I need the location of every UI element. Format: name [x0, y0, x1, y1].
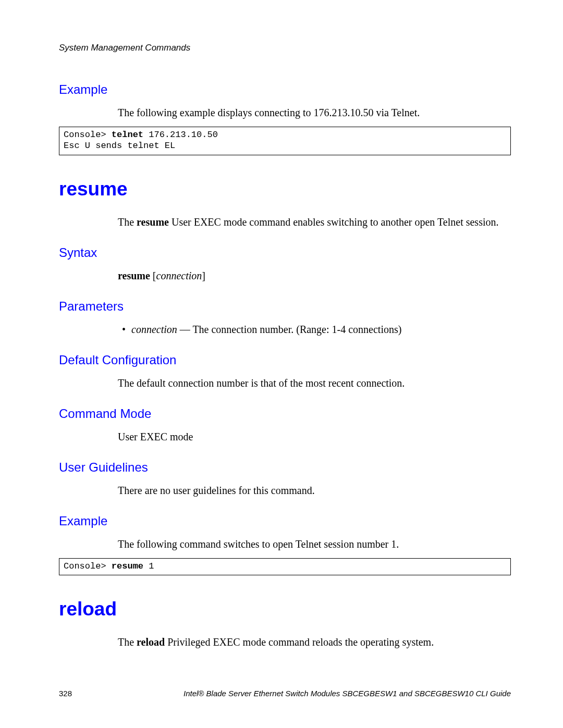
code-telnet-cmd: telnet — [112, 130, 143, 140]
parameters-list: connection — The connection number. (Ran… — [118, 323, 511, 336]
resume-desc-bold: resume — [137, 216, 169, 228]
parameter-desc: — The connection number. (Range: 1-4 con… — [177, 324, 402, 335]
syntax-open-bracket: [ — [150, 270, 156, 281]
default-config-text: The default connection number is that of… — [118, 377, 511, 390]
parameter-name: connection — [131, 324, 177, 335]
resume-description-text: The resume User EXEC mode command enable… — [118, 216, 511, 229]
section-heading-default-config: Default Configuration — [59, 353, 511, 367]
syntax-close-bracket: ] — [202, 270, 205, 281]
reload-description-text: The reload Privileged EXEC mode command … — [118, 636, 511, 649]
code-box-resume: Console> resume 1 — [59, 558, 511, 575]
command-mode-body: User EXEC mode — [118, 430, 511, 443]
command-heading-resume: resume — [59, 178, 511, 200]
example-telnet-body: The following example displays connectin… — [118, 106, 511, 119]
code-resume-cmd: resume — [112, 561, 143, 571]
syntax-body: resume [connection] — [118, 269, 511, 282]
section-heading-user-guidelines: User Guidelines — [59, 460, 511, 475]
example-telnet-intro: The following example displays connectin… — [118, 106, 511, 119]
reload-desc-bold: reload — [137, 636, 165, 648]
reload-desc-post: Privileged EXEC mode command reloads the… — [165, 636, 434, 648]
page-number: 328 — [59, 689, 72, 698]
code-telnet-prompt: Console> — [64, 130, 112, 140]
user-guidelines-text: There are no user guidelines for this co… — [118, 484, 511, 497]
syntax-cmd: resume — [118, 270, 150, 281]
command-heading-reload: reload — [59, 598, 511, 620]
section-heading-example-resume: Example — [59, 514, 511, 528]
parameters-body: connection — The connection number. (Ran… — [118, 323, 511, 336]
code-telnet-line2: Esc U sends telnet EL — [64, 141, 175, 151]
reload-desc-pre: The — [118, 636, 137, 648]
running-header: System Management Commands — [59, 43, 511, 53]
syntax-line: resume [connection] — [118, 269, 511, 282]
section-heading-parameters: Parameters — [59, 299, 511, 314]
section-heading-command-mode: Command Mode — [59, 406, 511, 421]
section-heading-example-telnet: Example — [59, 82, 511, 97]
resume-desc-pre: The — [118, 216, 137, 228]
code-box-telnet: Console> telnet 176.213.10.50 Esc U send… — [59, 127, 511, 155]
code-telnet-args: 176.213.10.50 — [143, 130, 218, 140]
example-resume-text: The following command switches to open T… — [118, 538, 511, 551]
user-guidelines-body: There are no user guidelines for this co… — [118, 484, 511, 497]
resume-desc-post: User EXEC mode command enables switching… — [169, 216, 499, 228]
page-footer: 328 Intel® Blade Server Ethernet Switch … — [59, 689, 511, 698]
command-mode-text: User EXEC mode — [118, 430, 511, 443]
code-resume-prompt: Console> — [64, 561, 112, 571]
code-resume-args: 1 — [143, 561, 154, 571]
footer-title: Intel® Blade Server Ethernet Switch Modu… — [183, 689, 511, 698]
syntax-arg: connection — [156, 270, 202, 281]
reload-description: The reload Privileged EXEC mode command … — [118, 636, 511, 649]
parameter-item: connection — The connection number. (Ran… — [118, 323, 511, 336]
example-resume-body: The following command switches to open T… — [118, 538, 511, 551]
page: System Management Commands Example The f… — [0, 0, 563, 728]
default-config-body: The default connection number is that of… — [118, 377, 511, 390]
resume-description: The resume User EXEC mode command enable… — [118, 216, 511, 229]
section-heading-syntax: Syntax — [59, 245, 511, 260]
